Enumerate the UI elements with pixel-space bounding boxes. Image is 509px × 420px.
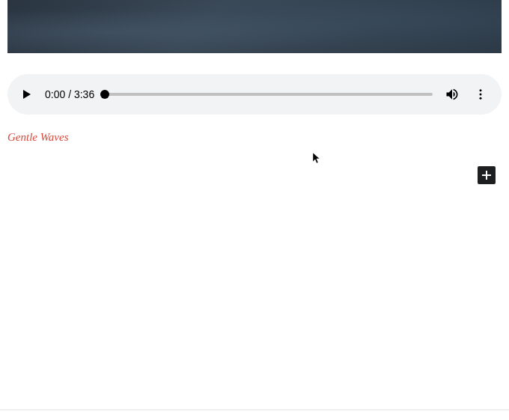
duration: 3:36 — [74, 88, 94, 100]
plus-icon — [481, 169, 493, 181]
footer-divider — [0, 410, 509, 410]
play-icon — [21, 88, 33, 100]
audio-player: 0:00 / 3:36 — [7, 74, 502, 115]
play-button[interactable] — [19, 87, 34, 102]
time-separator: / — [65, 88, 74, 100]
progress-bar[interactable] — [105, 93, 433, 96]
add-button[interactable] — [478, 166, 496, 184]
time-display: 0:00 / 3:36 — [45, 88, 94, 100]
hero-image — [7, 0, 502, 53]
progress-thumb[interactable] — [100, 90, 109, 99]
cursor-icon — [313, 153, 322, 165]
audio-caption: Gentle Waves — [7, 131, 509, 144]
svg-point-0 — [480, 89, 482, 91]
svg-point-2 — [480, 97, 482, 100]
current-time: 0:00 — [45, 88, 65, 100]
more-button[interactable] — [472, 85, 490, 103]
volume-icon — [445, 87, 460, 102]
svg-point-1 — [480, 94, 482, 96]
volume-button[interactable] — [443, 85, 461, 103]
more-vertical-icon — [474, 88, 487, 101]
